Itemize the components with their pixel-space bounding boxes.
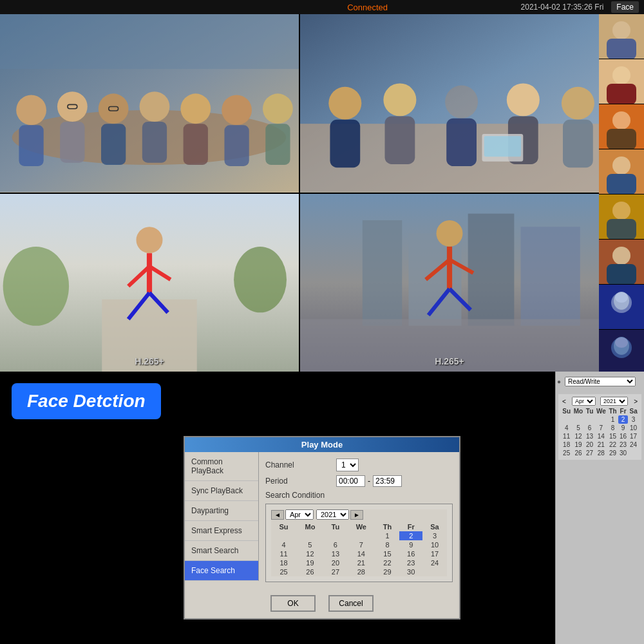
calendar-day[interactable]: 8 xyxy=(607,424,618,432)
svg-rect-26 xyxy=(330,120,360,167)
menu-smart-search[interactable]: Smart Search xyxy=(185,541,258,561)
calendar-day[interactable]: 29 xyxy=(607,449,618,457)
calendar-day[interactable]: 5 xyxy=(296,540,324,549)
calendar-day[interactable]: 12 xyxy=(296,549,324,558)
calendar-day[interactable]: 13 xyxy=(585,432,595,440)
calendar-day[interactable]: 5 xyxy=(572,424,584,432)
cal-month-select[interactable]: Apr xyxy=(285,509,314,520)
calendar-day[interactable]: 8 xyxy=(375,540,400,549)
face-thumb-7[interactable] xyxy=(599,285,644,330)
calendar-day[interactable]: 11 xyxy=(561,432,572,440)
calendar-day[interactable]: 3 xyxy=(628,415,639,424)
menu-face-search[interactable]: Face Search xyxy=(185,561,258,581)
face-thumb-6[interactable] xyxy=(599,240,644,285)
calendar-day[interactable]: 15 xyxy=(375,549,400,558)
calendar-day[interactable]: 24 xyxy=(422,558,447,567)
video-cell-4[interactable]: H.265+ xyxy=(300,194,599,372)
calendar-day[interactable]: 9 xyxy=(399,540,422,549)
menu-dayparting[interactable]: Dayparting xyxy=(185,501,258,521)
calendar-day[interactable]: 28 xyxy=(594,449,607,457)
calendar-day[interactable]: 2 xyxy=(399,531,422,540)
face-thumb-4[interactable] xyxy=(599,149,644,194)
calendar-day[interactable]: 30 xyxy=(399,567,422,576)
svg-point-96 xyxy=(615,292,628,303)
calendar-day[interactable]: 19 xyxy=(296,558,324,567)
calendar-day[interactable]: 10 xyxy=(422,540,447,549)
ok-button[interactable]: OK xyxy=(270,595,316,612)
calendar-day[interactable]: 3 xyxy=(422,531,447,540)
right-cal-next[interactable]: > xyxy=(632,398,639,405)
calendar-day[interactable]: 28 xyxy=(347,567,375,576)
face-thumb-1[interactable] xyxy=(599,14,644,59)
menu-common-playback[interactable]: Common PlayBack xyxy=(185,452,258,481)
storage-select[interactable]: Read/Write Read Only Redundancy xyxy=(565,377,636,386)
calendar-day[interactable]: 21 xyxy=(594,440,607,449)
calendar-day[interactable]: 27 xyxy=(585,449,595,457)
calendar-day[interactable]: 26 xyxy=(296,567,324,576)
calendar-day[interactable]: 27 xyxy=(324,567,347,576)
face-thumb-5[interactable] xyxy=(599,194,644,240)
calendar-day[interactable]: 22 xyxy=(375,558,400,567)
face-thumb-8[interactable] xyxy=(599,330,644,372)
calendar-day[interactable]: 4 xyxy=(561,424,572,432)
menu-sync-playback[interactable]: Sync PlayBack xyxy=(185,481,258,501)
calendar-day[interactable]: 17 xyxy=(422,549,447,558)
calendar-day[interactable]: 6 xyxy=(324,540,347,549)
calendar-day[interactable]: 7 xyxy=(347,540,375,549)
calendar-day[interactable]: 14 xyxy=(594,432,607,440)
calendar-day[interactable]: 24 xyxy=(628,440,639,449)
calendar-day[interactable]: 18 xyxy=(561,440,572,449)
calendar-day[interactable]: 21 xyxy=(347,558,375,567)
svg-point-100 xyxy=(615,337,628,348)
calendar-day[interactable]: 29 xyxy=(375,567,400,576)
cal-next-btn[interactable]: ► xyxy=(350,510,363,520)
cal-th-we: We xyxy=(347,522,375,531)
menu-smart-express[interactable]: Smart Express xyxy=(185,521,258,541)
svg-rect-27 xyxy=(385,116,415,164)
period-start-input[interactable] xyxy=(336,475,365,487)
cancel-button[interactable]: Cancel xyxy=(328,595,374,612)
video-cell-1[interactable] xyxy=(0,14,299,193)
right-cal-year[interactable]: 2021 xyxy=(600,397,628,406)
video-cell-2[interactable] xyxy=(300,14,599,193)
right-cal-prev[interactable]: < xyxy=(561,398,567,405)
cal-prev-btn[interactable]: ◄ xyxy=(271,510,284,520)
video-cell-3[interactable]: H.265+ xyxy=(0,194,299,372)
calendar-day[interactable]: 23 xyxy=(399,558,422,567)
calendar-day[interactable]: 25 xyxy=(561,449,572,457)
channel-select[interactable]: 1 2 xyxy=(336,459,359,471)
face-thumb-2[interactable] xyxy=(599,59,644,104)
calendar-day[interactable]: 6 xyxy=(585,424,595,432)
calendar-day[interactable]: 20 xyxy=(324,558,347,567)
calendar-day[interactable]: 19 xyxy=(572,440,584,449)
calendar-day[interactable]: 15 xyxy=(607,432,618,440)
cal-year-select[interactable]: 2021 xyxy=(316,509,349,520)
calendar-day xyxy=(422,567,447,576)
calendar-day[interactable]: 26 xyxy=(572,449,584,457)
calendar-day[interactable]: 4 xyxy=(271,540,296,549)
calendar-day[interactable]: 20 xyxy=(585,440,595,449)
period-end-input[interactable] xyxy=(373,475,402,487)
calendar-day[interactable]: 30 xyxy=(618,449,628,457)
calendar-day[interactable]: 14 xyxy=(347,549,375,558)
calendar-day[interactable]: 25 xyxy=(271,567,296,576)
calendar-day[interactable]: 7 xyxy=(594,424,607,432)
calendar-day[interactable]: 16 xyxy=(399,549,422,558)
calendar-day[interactable]: 23 xyxy=(618,440,628,449)
calendar-day[interactable]: 18 xyxy=(271,558,296,567)
calendar-day[interactable]: 16 xyxy=(618,432,628,440)
calendar-day[interactable]: 1 xyxy=(607,415,618,424)
right-cal-month[interactable]: Apr xyxy=(572,397,596,406)
face-tab[interactable]: Face xyxy=(611,1,639,13)
calendar-day[interactable]: 13 xyxy=(324,549,347,558)
calendar-day[interactable]: 9 xyxy=(618,424,628,432)
calendar-day[interactable]: 12 xyxy=(572,432,584,440)
calendar-day[interactable]: 10 xyxy=(628,424,639,432)
calendar-day[interactable]: 17 xyxy=(628,432,639,440)
calendar-day[interactable]: 2 xyxy=(618,415,628,424)
svg-rect-92 xyxy=(607,264,636,285)
face-thumb-3[interactable] xyxy=(599,104,644,149)
calendar-day[interactable]: 22 xyxy=(607,440,618,449)
calendar-day[interactable]: 1 xyxy=(375,531,400,540)
calendar-day[interactable]: 11 xyxy=(271,549,296,558)
